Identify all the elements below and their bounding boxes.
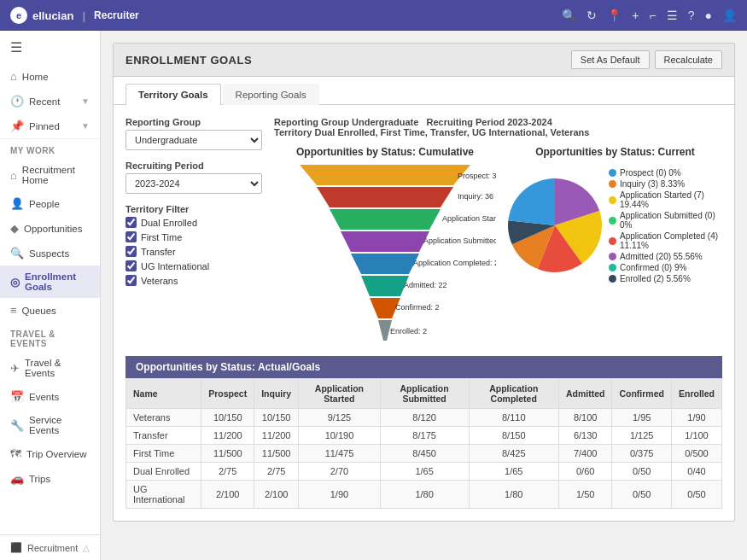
cell-name: First Time — [126, 445, 201, 463]
reporting-group-select[interactable]: Undergraduate — [125, 130, 262, 150]
checkbox-transfer-input[interactable] — [125, 246, 137, 257]
cell-value: 10/150 — [201, 409, 254, 427]
notification-icon[interactable]: ● — [705, 9, 712, 22]
th-enrolled: Enrolled — [671, 379, 721, 409]
funnel-label-inquiry: Inquiry: 36 — [458, 192, 493, 201]
cell-value: 1/65 — [380, 463, 469, 481]
location-icon[interactable]: 📍 — [607, 9, 622, 22]
service-events-icon: 🔧 — [10, 419, 24, 432]
cell-value: 8/110 — [469, 409, 558, 427]
checkbox-first-time-input[interactable] — [125, 231, 137, 242]
queues-icon: ≡ — [10, 304, 17, 317]
sidebar-bottom: ⬛ Recruitment △ — [0, 534, 100, 560]
th-app-completed: Application Completed — [469, 379, 558, 409]
recalculate-button[interactable]: Recalculate — [655, 50, 722, 69]
cell-value: 1/80 — [380, 481, 469, 509]
sidebar-item-travel-events[interactable]: ✈ Travel & Events — [0, 352, 100, 384]
tab-territory-goals[interactable]: Territory Goals — [125, 84, 221, 105]
top-nav-icons: 🔍 ↻ 📍 + ⌐ ☰ ? ● 👤 — [562, 9, 737, 22]
panel-actions: Set As Default Recalculate — [571, 50, 722, 69]
help-icon[interactable]: ? — [688, 9, 695, 22]
checkbox-dual-enrolled-label: Dual Enrolled — [141, 218, 197, 228]
right-charts: Reporting Group Undergraduate Recruiting… — [274, 117, 722, 344]
refresh-icon[interactable]: ↻ — [587, 9, 597, 22]
sidebar-item-suspects[interactable]: 🔍 Suspects — [0, 241, 100, 265]
cell-value: 8/150 — [469, 427, 558, 445]
sidebar-item-service-events[interactable]: 🔧 Service Events — [0, 409, 100, 441]
sidebar-bottom-icon: ⬛ — [10, 542, 22, 553]
people-icon: 👤 — [10, 197, 24, 210]
content-grid: Reporting Group Undergraduate Recruiting… — [125, 117, 722, 344]
cell-name: Veterans — [126, 409, 201, 427]
checkbox-veterans-input[interactable] — [125, 275, 137, 286]
charts-row: Opportunities by Status: Cumulative — [274, 146, 722, 344]
sidebar-bottom-label: Recruitment — [27, 543, 78, 553]
cell-value: 6/130 — [558, 427, 612, 445]
legend-dot-app-submitted — [609, 217, 616, 225]
meta-territory-value: Dual Enrolled, First Time, Transfer, UG … — [314, 127, 589, 137]
left-controls: Reporting Group Undergraduate Recruiting… — [125, 117, 262, 344]
suspects-icon: 🔍 — [10, 247, 24, 260]
legend-label-enrolled: Enrolled (2) 5.56% — [620, 274, 691, 283]
sidebar-item-events[interactable]: 📅 Events — [0, 384, 100, 409]
th-app-submitted: Application Submitted — [380, 379, 469, 409]
checkbox-first-time-label: First Time — [141, 232, 182, 242]
sidebar-item-trip-overview[interactable]: 🗺 Trip Overview — [0, 441, 100, 466]
app-logo: e ellucian | Recruiter — [10, 7, 139, 24]
cell-value: 10/150 — [254, 409, 299, 427]
queues-label: Queues — [22, 306, 56, 316]
cell-value: 0/500 — [671, 445, 721, 463]
legend-label-prospect: Prospect (0) 0% — [620, 168, 681, 178]
funnel-bar-admitted — [361, 276, 409, 296]
user-icon[interactable]: 👤 — [722, 9, 737, 22]
legend-item-enrolled: Enrolled (2) 5.56% — [609, 274, 722, 283]
table-row: First Time11/50011/50011/4758/4508/4257/… — [126, 445, 722, 463]
th-confirmed: Confirmed — [612, 379, 672, 409]
legend-item-prospect: Prospect (0) 0% — [609, 168, 722, 178]
sidebar-item-enrollment-goals[interactable]: ◎ Enrollment Goals — [0, 265, 100, 298]
add-icon[interactable]: + — [632, 9, 639, 22]
reporting-group-control: Reporting Group Undergraduate — [125, 117, 262, 150]
pie-chart-area: Prospect (0) 0% Inquiry (3) 8.33% — [508, 165, 722, 285]
module-title: Recruiter — [94, 9, 139, 21]
funnel-chart-wrap: Prospect: 36 Inquiry: 36 Application Sta… — [274, 165, 496, 344]
pie-legend: Prospect (0) 0% Inquiry (3) 8.33% — [609, 168, 722, 285]
sidebar-item-recent[interactable]: 🕐 Recent ▼ — [0, 89, 100, 114]
checkbox-dual-enrolled-input[interactable] — [125, 217, 137, 228]
funnel-bar-prospect — [300, 165, 470, 185]
legend-item-app-submitted: Application Submitted (0) 0% — [609, 211, 722, 230]
trip-overview-icon: 🗺 — [10, 447, 21, 460]
table-body: Veterans10/15010/1509/1258/1208/1108/100… — [126, 409, 722, 509]
cell-value: 1/50 — [558, 481, 612, 509]
recruiting-period-select[interactable]: 2023-2024 — [125, 173, 262, 194]
ellucian-logo-icon: e — [10, 7, 27, 24]
clock-icon: 🕐 — [10, 95, 24, 108]
menu-icon[interactable]: ☰ — [667, 9, 678, 22]
legend-label-app-started: Application Started (7) 19.44% — [620, 190, 722, 209]
reporting-group-label: Reporting Group — [125, 117, 262, 127]
home-icon: ⌂ — [10, 70, 17, 83]
set-as-default-button[interactable]: Set As Default — [571, 50, 650, 69]
table-row: Dual Enrolled2/752/752/701/651/650/600/5… — [126, 463, 722, 481]
checkbox-ug-international-input[interactable] — [125, 260, 137, 271]
sidebar-item-home[interactable]: ⌂ Home — [0, 64, 100, 89]
cell-value: 1/65 — [469, 463, 558, 481]
funnel-bar-app-started — [330, 209, 441, 230]
sidebar-item-people[interactable]: 👤 People — [0, 191, 100, 216]
service-events-label: Service Events — [29, 415, 90, 435]
hamburger-icon[interactable]: ☰ — [0, 31, 100, 64]
funnel-chart-title: Opportunities by Status: Cumulative — [274, 146, 496, 158]
sidebar-item-opportunities[interactable]: ◆ Opportunities — [0, 216, 100, 241]
territory-filter-group: Territory Filter Dual Enrolled First Tim… — [125, 204, 262, 286]
search-icon[interactable]: 🔍 — [562, 9, 576, 22]
sidebar-item-pinned[interactable]: 📌 Pinned ▼ — [0, 114, 100, 138]
sidebar-item-queues[interactable]: ≡ Queues — [0, 298, 100, 323]
cell-value: 11/475 — [299, 445, 381, 463]
sidebar-item-recruitment-home[interactable]: ⌂ Recruitment Home — [0, 159, 100, 191]
sidebar-item-trips[interactable]: 🚗 Trips — [0, 466, 100, 491]
table-section-title: Opportunities by Status: Actual/Goals — [125, 356, 722, 378]
funnel-bar-app-submitted — [341, 231, 429, 252]
tab-reporting-goals[interactable]: Reporting Goals — [223, 84, 319, 105]
nav-divider: | — [82, 9, 85, 22]
filter-icon[interactable]: ⌐ — [650, 9, 657, 22]
